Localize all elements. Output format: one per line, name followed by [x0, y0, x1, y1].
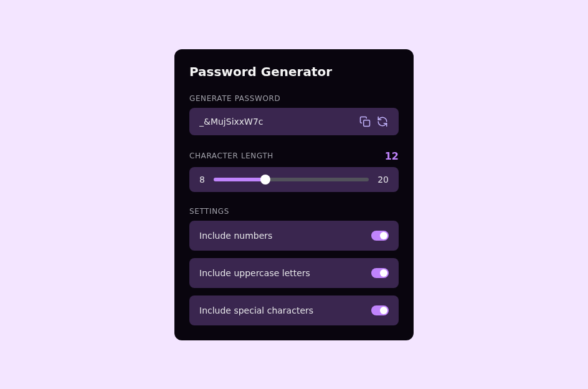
toggle-include-uppercase[interactable]: [371, 268, 389, 278]
length-label: CHARACTER LENGTH: [189, 151, 273, 160]
regenerate-button[interactable]: [376, 115, 389, 128]
card-title: Password Generator: [189, 64, 399, 79]
svg-rect-0: [364, 120, 370, 126]
range-max: 20: [377, 175, 389, 185]
length-section: CHARACTER LENGTH 12 8 20: [189, 150, 399, 192]
generate-label: GENERATE PASSWORD: [189, 94, 399, 103]
settings-list: Include numbers Include uppercase letter…: [189, 221, 399, 325]
password-value: _&MujSixxW7c: [199, 117, 354, 127]
setting-label: Include uppercase letters: [199, 268, 310, 278]
password-display-row: _&MujSixxW7c: [189, 108, 399, 135]
setting-label: Include special characters: [199, 305, 313, 315]
password-generator-card: Password Generator GENERATE PASSWORD _&M…: [174, 49, 414, 340]
setting-label: Include numbers: [199, 231, 272, 241]
refresh-icon: [377, 116, 388, 127]
setting-include-special: Include special characters: [189, 295, 399, 325]
length-header: CHARACTER LENGTH 12: [189, 150, 399, 162]
length-slider-row: 8 20: [189, 167, 399, 192]
length-value: 12: [385, 150, 399, 162]
copy-icon: [359, 116, 371, 127]
toggle-include-special[interactable]: [371, 305, 389, 315]
slider-fill: [214, 178, 265, 181]
slider-thumb[interactable]: [260, 175, 270, 185]
settings-section: SETTINGS Include numbers Include upperca…: [189, 207, 399, 325]
copy-button[interactable]: [359, 115, 371, 128]
generate-section: GENERATE PASSWORD _&MujSixxW7c: [189, 94, 399, 135]
toggle-include-numbers[interactable]: [371, 231, 389, 241]
setting-include-uppercase: Include uppercase letters: [189, 258, 399, 288]
range-min: 8: [199, 175, 205, 185]
setting-include-numbers: Include numbers: [189, 221, 399, 251]
length-slider[interactable]: [214, 178, 369, 181]
settings-label: SETTINGS: [189, 207, 399, 216]
